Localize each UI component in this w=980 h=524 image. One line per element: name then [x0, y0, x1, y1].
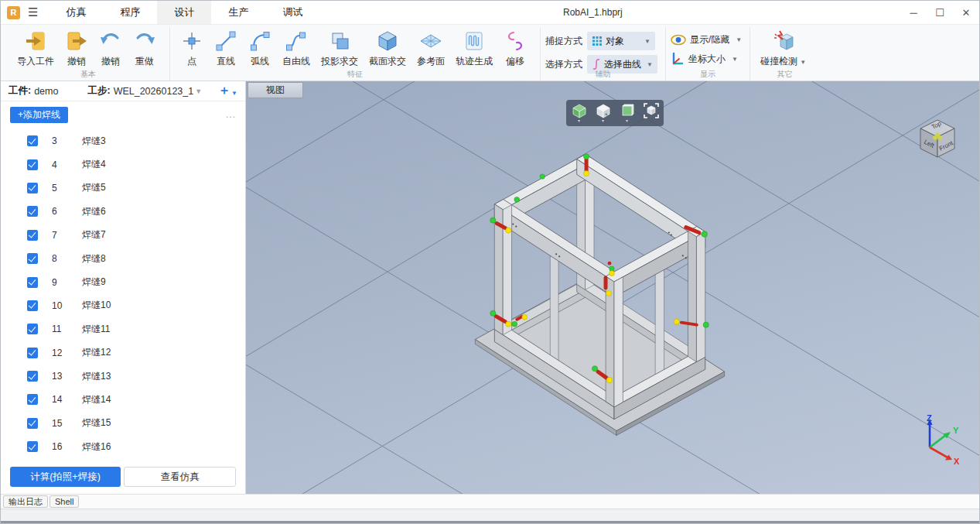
- straight-line-button[interactable]: 直线: [209, 27, 243, 70]
- show-hide-button[interactable]: 显示/隐藏 ▼: [671, 33, 742, 46]
- weld-checkbox[interactable]: [27, 418, 38, 429]
- weld-list-item[interactable]: 11 焊缝11: [1, 317, 245, 341]
- step-select[interactable]: 工步: WEL_20260123_1 ▼: [87, 84, 202, 98]
- weld-name: 焊缝14: [82, 393, 111, 406]
- weld-checkbox[interactable]: [27, 135, 38, 146]
- point-icon: [180, 29, 203, 53]
- snap-mode-select[interactable]: 对象 ▼: [587, 32, 655, 50]
- weld-list-item[interactable]: 5 焊缝5: [1, 176, 245, 200]
- weld-list-item[interactable]: 3 焊缝3: [1, 129, 245, 152]
- weld-checkbox[interactable]: [27, 206, 38, 217]
- workpiece-value: demo: [34, 86, 58, 97]
- add-weld-line-button[interactable]: +添加焊线: [10, 107, 68, 123]
- workpiece-label: 工件:: [9, 84, 31, 98]
- weld-list-item[interactable]: 8 焊缝8: [1, 247, 245, 270]
- reference-plane-icon: [419, 29, 442, 53]
- redo-button-placeholder[interactable]: 撤销: [94, 27, 128, 70]
- weld-checkbox[interactable]: [27, 300, 38, 311]
- ribbon-toolbar: 导入工件 撤销 撤销 重做: [1, 24, 979, 81]
- weld-number: 13: [52, 371, 72, 382]
- chevron-down-icon: ▼: [647, 61, 653, 68]
- weld-number: 4: [52, 159, 72, 170]
- menu-tab-production[interactable]: 生产: [211, 1, 265, 24]
- weld-name: 焊缝3: [82, 135, 106, 148]
- menu-tab-simulation[interactable]: 仿真: [49, 1, 103, 24]
- coord-size-button[interactable]: 坐标大小 ▼: [671, 52, 742, 66]
- ribbon-group-features: 点 直线 弧线: [170, 27, 541, 80]
- weld-checkbox[interactable]: [27, 371, 38, 382]
- weld-checkbox[interactable]: [27, 324, 38, 334]
- reference-plane-button[interactable]: 参考面: [411, 27, 450, 70]
- projection-intersect-icon: [328, 29, 351, 53]
- maximize-button[interactable]: ☐: [927, 1, 953, 24]
- view-cube[interactable]: Top Left Front: [913, 114, 962, 163]
- import-workpiece-button[interactable]: 导入工件: [12, 27, 60, 70]
- steel-frame-model: [246, 81, 979, 494]
- calculate-button[interactable]: 计算(拍照+焊接): [10, 467, 121, 487]
- output-log-tab[interactable]: 输出日志: [3, 495, 48, 508]
- menu-tab-bar: 仿真 程序 设计 生产 调试: [49, 1, 319, 24]
- weld-checkbox[interactable]: [27, 159, 38, 170]
- view-iso-cube-button[interactable]: ▾: [569, 102, 589, 124]
- view-front-face-icon: [619, 102, 636, 119]
- view-tab[interactable]: 视图: [248, 82, 303, 98]
- weld-list-item[interactable]: 14 焊缝14: [1, 388, 245, 411]
- collision-detect-button[interactable]: 碰撞检测▼: [755, 27, 811, 70]
- weld-list-item[interactable]: 13 焊缝13: [1, 365, 245, 388]
- weld-list-item[interactable]: 9 焊缝9: [1, 270, 245, 293]
- weld-checkbox[interactable]: [27, 394, 38, 405]
- projection-intersect-button[interactable]: 投影求交: [316, 27, 364, 70]
- export-workpiece-button[interactable]: 撤销: [60, 27, 94, 70]
- weld-list-item[interactable]: 10 焊缝10: [1, 294, 245, 317]
- redo-button[interactable]: 重做: [128, 27, 162, 70]
- hamburger-menu-icon[interactable]: ☰: [28, 5, 38, 19]
- 3d-viewport[interactable]: 视图 ▾: [246, 81, 979, 494]
- section-intersect-button[interactable]: 截面求交: [364, 27, 411, 70]
- offset-button[interactable]: 偏移: [498, 27, 532, 70]
- weld-number: 8: [52, 253, 72, 264]
- weld-checkbox[interactable]: [27, 348, 38, 358]
- menu-tab-program[interactable]: 程序: [103, 1, 157, 24]
- weld-name: 焊缝4: [82, 158, 106, 171]
- ribbon-group-other: 碰撞检测▼ 其它: [750, 27, 819, 80]
- view-front-face-button[interactable]: ▾: [617, 102, 637, 124]
- menu-tab-design[interactable]: 设计: [157, 1, 211, 24]
- weld-number: 3: [52, 135, 72, 146]
- minimize-button[interactable]: ─: [900, 1, 927, 24]
- weld-checkbox[interactable]: [27, 277, 38, 288]
- weld-checkbox[interactable]: [27, 253, 38, 264]
- weld-list-item[interactable]: 12 焊缝12: [1, 341, 245, 365]
- arc-line-button[interactable]: 弧线: [243, 27, 277, 70]
- weld-list-item[interactable]: 15 焊缝15: [1, 412, 245, 435]
- point-button[interactable]: 点: [175, 27, 209, 70]
- chevron-down-icon: ▾: [578, 119, 580, 122]
- view-orient-cube-button[interactable]: ▾: [593, 102, 613, 124]
- chevron-down-icon: ▼: [231, 90, 237, 97]
- weld-checkbox[interactable]: [27, 230, 38, 241]
- weld-number: 11: [52, 324, 72, 334]
- collision-detect-icon: [772, 29, 795, 53]
- view-simulation-button[interactable]: 查看仿真: [124, 467, 236, 487]
- more-options-button[interactable]: ...: [226, 109, 236, 120]
- weld-list-item[interactable]: 4 焊缝4: [1, 152, 245, 176]
- group-label-other: 其它: [750, 69, 819, 80]
- x-axis-label: X: [954, 457, 960, 466]
- shell-tab[interactable]: Shell: [50, 495, 79, 508]
- weld-checkbox[interactable]: [27, 183, 38, 194]
- chevron-down-icon: ▼: [732, 56, 738, 63]
- free-line-button[interactable]: 自由线: [277, 27, 316, 70]
- weld-number: 7: [52, 230, 72, 241]
- weld-list-item[interactable]: 6 焊缝6: [1, 200, 245, 223]
- close-button[interactable]: ✕: [953, 1, 979, 24]
- snap-mode-label: 捕捉方式: [545, 35, 582, 48]
- chevron-down-icon: ▼: [195, 87, 202, 95]
- menu-tab-debug[interactable]: 调试: [265, 1, 319, 24]
- zoom-fit-button[interactable]: [641, 102, 661, 124]
- weld-checkbox[interactable]: [27, 441, 38, 452]
- weld-list-item[interactable]: 16 焊缝16: [1, 435, 245, 458]
- weld-list-item[interactable]: 7 焊缝7: [1, 224, 245, 247]
- coord-size-icon: [671, 52, 685, 66]
- freeline-icon: [285, 29, 308, 53]
- add-step-button[interactable]: ＋▼: [218, 83, 237, 99]
- trajectory-generate-button[interactable]: 轨迹生成: [450, 27, 498, 70]
